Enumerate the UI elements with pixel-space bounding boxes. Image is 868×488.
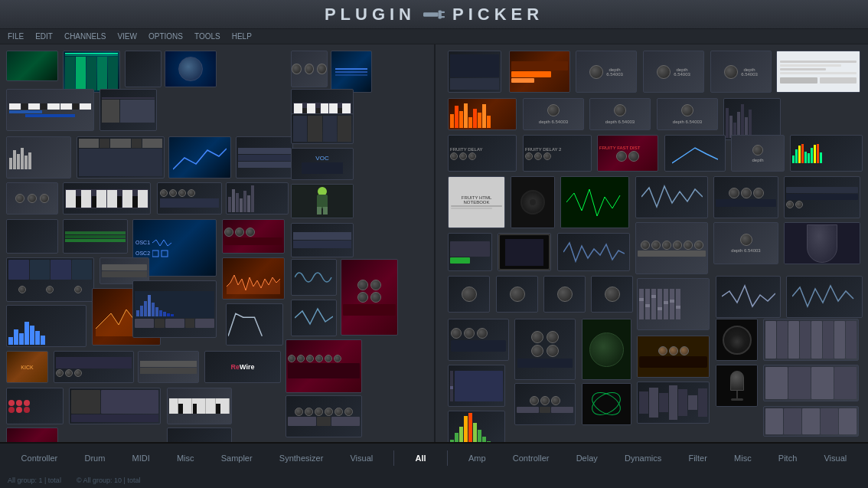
plugin-piano-roll[interactable] xyxy=(6,89,94,131)
plugin-amp-rack[interactable] xyxy=(448,319,509,361)
tab-controller-left[interactable]: Controller xyxy=(15,450,64,466)
plugin-fruity-peak[interactable] xyxy=(509,51,570,93)
plugin-cup-shape[interactable] xyxy=(784,222,860,264)
plugin-bit-rate[interactable] xyxy=(790,135,863,172)
plugin-resampler[interactable] xyxy=(138,351,199,383)
tab-filter[interactable]: Filter xyxy=(682,450,713,466)
plugin-guitar[interactable] xyxy=(331,51,372,93)
menu-file[interactable]: FILE xyxy=(8,32,24,41)
plugin-piano2[interactable] xyxy=(167,388,232,424)
menu-view[interactable]: VIEW xyxy=(117,32,137,41)
menu-options[interactable]: OPTIONS xyxy=(148,32,183,41)
menu-channels[interactable]: CHANNELS xyxy=(64,32,106,41)
plugin-mixer-panel[interactable] xyxy=(763,319,859,361)
tab-all[interactable]: All xyxy=(410,450,432,466)
plugin-disk[interactable] xyxy=(511,176,555,228)
plugin-fruity-delay2[interactable]: FRUITY DELAY 2 xyxy=(523,135,592,172)
plugin-rewire[interactable]: ReWire xyxy=(204,351,281,383)
plugin-depth2[interactable]: depth 6.54003 xyxy=(589,98,651,130)
plugin-nexus[interactable] xyxy=(54,351,134,383)
plugin-equalizer2[interactable] xyxy=(637,382,710,424)
tab-misc-right[interactable]: Misc xyxy=(728,450,758,466)
plugin-fruity-kick[interactable]: KICK xyxy=(6,351,48,383)
plugin-mixer[interactable] xyxy=(63,51,120,93)
plugin-strip-panel[interactable] xyxy=(763,365,859,401)
plugin-depth1[interactable]: depth 6.54003 xyxy=(523,98,584,130)
plugin-effects2[interactable] xyxy=(6,388,64,424)
plugin-knob1[interactable]: depth6.54003 xyxy=(576,51,637,93)
plugin-knob-panel[interactable]: depth xyxy=(731,135,785,172)
plugin-wave-canvas[interactable] xyxy=(786,276,863,318)
menu-help[interactable]: HELP xyxy=(232,32,252,41)
plugin-bassdrum[interactable] xyxy=(222,219,285,254)
plugin-channel-strip[interactable] xyxy=(448,365,505,407)
tab-delay[interactable]: Delay xyxy=(570,450,604,466)
tab-midi[interactable]: MIDI xyxy=(126,450,156,466)
plugin-chord[interactable] xyxy=(63,219,128,254)
plugin-sytrus[interactable] xyxy=(6,257,94,302)
tab-visual-left[interactable]: Visual xyxy=(344,450,379,466)
plugin-spectroman[interactable] xyxy=(165,51,217,87)
plugin-arpeggiator[interactable] xyxy=(77,136,165,178)
plugin-threshold[interactable] xyxy=(713,176,778,218)
plugin-synth-knobs[interactable] xyxy=(291,51,328,87)
plugin-amp-sim[interactable] xyxy=(448,51,501,93)
plugin-white-panel[interactable] xyxy=(776,51,860,93)
plugin-mixer-faders[interactable] xyxy=(637,278,710,330)
tab-pitch[interactable]: Pitch xyxy=(772,450,803,466)
plugin-pad[interactable] xyxy=(6,219,58,254)
plugin-effects[interactable] xyxy=(6,182,58,215)
plugin-html-notebook[interactable]: FRUITY HTMLNOTEBOOK xyxy=(448,176,505,228)
plugin-output-panel[interactable] xyxy=(763,406,859,437)
plugin-mini-knob4[interactable] xyxy=(591,276,633,313)
plugin-anime-girl[interactable] xyxy=(291,184,354,218)
tab-sampler[interactable]: Sampler xyxy=(215,450,259,466)
plugin-fpc[interactable] xyxy=(125,51,162,87)
plugin-knob3[interactable]: depth6.54003 xyxy=(710,51,772,93)
plugin-kontakt[interactable] xyxy=(69,388,161,424)
plugin-mini-knob3[interactable] xyxy=(543,276,586,313)
plugin-peaks[interactable] xyxy=(448,98,517,130)
plugin-pattern[interactable] xyxy=(236,136,293,178)
menu-tools[interactable]: TOOLS xyxy=(194,32,220,41)
tab-synthesizer[interactable]: Synthesizer xyxy=(273,450,329,466)
tab-drum[interactable]: Drum xyxy=(78,450,111,466)
plugin-synth[interactable] xyxy=(157,182,222,215)
tab-visual-right[interactable]: Visual xyxy=(817,450,853,466)
plugin-organ[interactable] xyxy=(226,182,289,215)
plugin-waveform3[interactable] xyxy=(635,176,708,218)
plugin-piano[interactable] xyxy=(63,182,151,215)
plugin-synth-panel[interactable] xyxy=(514,383,576,425)
plugin-pitch-shift[interactable] xyxy=(784,176,860,218)
plugin-massive[interactable] xyxy=(286,339,362,393)
plugin-depth3[interactable]: depth 6.54003 xyxy=(657,98,718,130)
plugin-fastdist[interactable]: FRUITY FAST DIST xyxy=(597,135,658,172)
plugin-mini-knob1[interactable] xyxy=(448,276,490,313)
plugin-vintage-amp[interactable] xyxy=(637,336,710,378)
plugin-vocalizer[interactable]: VOC xyxy=(291,148,354,180)
plugin-sylenth[interactable] xyxy=(286,395,362,437)
plugin-automation[interactable] xyxy=(168,136,231,178)
plugin-step-sequencer[interactable] xyxy=(6,51,58,81)
tab-dynamics[interactable]: Dynamics xyxy=(618,450,667,466)
plugin-spectrum[interactable] xyxy=(6,305,86,347)
plugin-speaker[interactable] xyxy=(716,319,758,361)
plugin-toxic[interactable] xyxy=(341,259,398,336)
plugin-mini-knob2[interactable] xyxy=(496,276,538,313)
plugin-param1[interactable] xyxy=(448,233,492,271)
plugin-knob2[interactable]: depth6.54003 xyxy=(643,51,704,93)
plugin-bit-crusher[interactable] xyxy=(723,98,781,140)
plugin-dynamics[interactable] xyxy=(664,135,726,172)
tab-controller-right[interactable]: Controller xyxy=(507,450,556,466)
plugin-harmor[interactable] xyxy=(132,280,217,338)
tab-misc-left[interactable]: Misc xyxy=(171,450,201,466)
plugin-filter-knobs[interactable] xyxy=(514,319,576,380)
tab-amp[interactable]: Amp xyxy=(462,450,492,466)
plugin-eq[interactable] xyxy=(6,136,71,178)
plugin-compressor[interactable] xyxy=(635,222,708,274)
plugin-sampler[interactable] xyxy=(100,89,157,131)
plugin-depth-panel[interactable]: depth 6.54003 xyxy=(713,222,778,264)
plugin-tv-screen[interactable] xyxy=(498,233,551,271)
plugin-pattern2[interactable] xyxy=(291,223,354,257)
plugin-circle-pad[interactable] xyxy=(582,319,631,380)
